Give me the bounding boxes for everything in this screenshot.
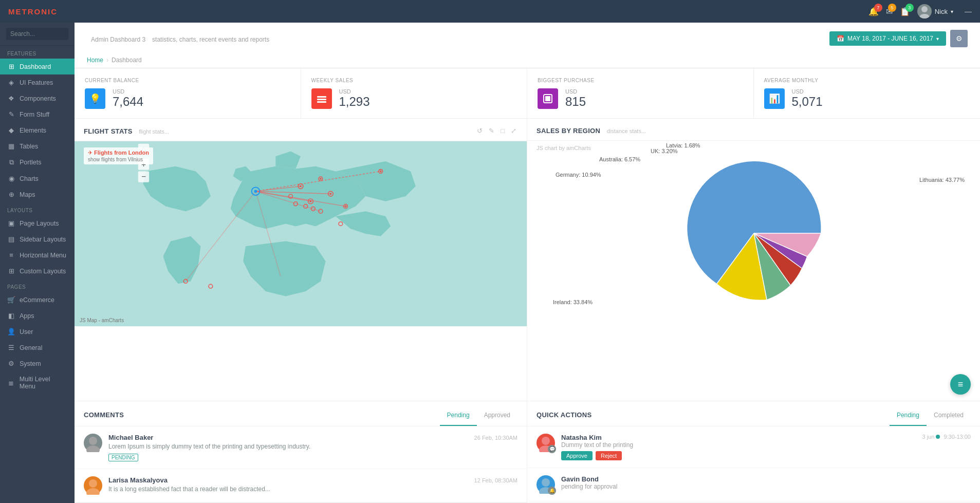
header-actions: 📅 MAY 18, 2017 - JUNE 16, 2017 ▾ ⚙: [829, 30, 968, 47]
sidebar-item-form-stuff[interactable]: ✎ Form Stuff: [0, 106, 75, 122]
comment-avatar-2: [84, 476, 102, 495]
stat-icon-sales: [311, 88, 332, 109]
search-input[interactable]: [6, 28, 68, 40]
quick-actions-title: QUICK ACTIONS: [537, 411, 591, 424]
sidebar-item-user[interactable]: 👤 User: [0, 324, 75, 340]
sidebar-item-horizontal-menu[interactable]: ≡ Horizontal Menu: [0, 247, 75, 263]
action-time-1: 3 jun 9:30-13:00: [922, 434, 971, 440]
comment-meta-1: Michael Baker 26 Feb, 10:30AM: [108, 434, 517, 441]
ui-features-icon: ◈: [7, 79, 15, 86]
svg-point-54: [542, 437, 550, 445]
sidebar-item-label: System: [20, 360, 41, 367]
components-icon: ❖: [7, 95, 15, 102]
action-dot-1: [936, 435, 940, 439]
settings-icon: ⚙: [956, 34, 963, 43]
svg-rect-4: [317, 101, 326, 103]
custom-layouts-icon: ⊞: [7, 267, 15, 275]
stat-values: USD 7,644: [113, 88, 143, 109]
sidebar-minimize-btn[interactable]: —: [965, 7, 972, 15]
calendar-icon: 📅: [837, 35, 844, 42]
stat-amount: 5,071: [792, 95, 823, 109]
sidebar-item-custom-layouts[interactable]: ⊞ Custom Layouts: [0, 263, 75, 279]
quick-actions-tabs: Pending Completed: [890, 408, 971, 426]
user-menu[interactable]: Nick ▾: [917, 4, 953, 18]
stat-values: USD 5,071: [792, 88, 823, 109]
page-title: Admin Dashboard 3 statistics, charts, re…: [87, 33, 269, 44]
action-avatar-1: 💬: [537, 434, 555, 452]
sidebar-item-label: Elements: [20, 127, 46, 134]
chart-refresh-btn[interactable]: ↺: [476, 126, 484, 136]
sidebar-item-ecommerce[interactable]: 🛒 eCommerce: [0, 292, 75, 308]
svg-text:−: −: [141, 172, 146, 181]
chart-edit-btn[interactable]: ✎: [488, 126, 495, 136]
sidebar-item-system[interactable]: ⚙ System: [0, 356, 75, 371]
sidebar-item-page-layouts[interactable]: ▣ Page Layouts: [0, 215, 75, 231]
sidebar-item-general[interactable]: ☰ General: [0, 340, 75, 356]
charts-row: FLIGHT STATS flight stats... ↺ ✎ □ ⤢: [75, 119, 980, 401]
sidebar-item-label: Custom Layouts: [20, 268, 66, 275]
stat-label: WEEKLY SALES: [311, 78, 517, 83]
dashboard-icon: ⊞: [7, 63, 15, 70]
breadcrumb-home[interactable]: Home: [87, 57, 103, 64]
bottom-row: COMMENTS Pending Approved Michael Baker: [75, 401, 980, 503]
tab-completed-actions[interactable]: Completed: [927, 408, 971, 426]
sidebar-item-elements[interactable]: ◆ Elements: [0, 122, 75, 138]
flight-stats-subtitle: flight stats...: [139, 128, 169, 135]
pie-label-latvia: Latvia: 1.68%: [666, 142, 700, 148]
topnav-icons: 🔔 7 ✉ 5 📋 3 Nick ▾ —: [868, 4, 972, 18]
tab-pending-comments[interactable]: Pending: [440, 408, 477, 426]
tab-approved-comments[interactable]: Approved: [477, 408, 517, 426]
notification-bell-1[interactable]: 🔔 7: [868, 7, 879, 16]
sidebar-item-components[interactable]: ❖ Components: [0, 90, 75, 106]
date-range-button[interactable]: 📅 MAY 18, 2017 - JUNE 16, 2017 ▾: [829, 31, 946, 46]
sidebar-item-ui-features[interactable]: ◈ UI Features: [0, 74, 75, 90]
sidebar-item-label: Apps: [20, 312, 34, 320]
comment-name-1: Michael Baker: [108, 434, 153, 441]
chart-delete-btn[interactable]: □: [500, 126, 506, 136]
action-buttons-1: Approve Reject: [561, 451, 971, 460]
pie-label-australia: Australia: 6.57%: [599, 156, 640, 162]
stat-body: 📊 USD 5,071: [764, 88, 970, 109]
comment-body-1: Michael Baker 26 Feb, 10:30AM Lorem Ipsu…: [108, 434, 517, 461]
sidebar-item-dashboard[interactable]: ⊞ Dashboard: [0, 59, 75, 74]
sidebar-item-portlets[interactable]: ⧉ Portlets: [0, 154, 75, 171]
comment-meta-2: Larisa Maskalyova 12 Feb, 08:30AM: [108, 476, 517, 484]
notification-bell-2[interactable]: ✉ 5: [886, 7, 893, 16]
sales-region-panel: SALES BY REGION distance stats... Action…: [527, 119, 980, 401]
reject-button-1[interactable]: Reject: [596, 451, 622, 460]
sidebar-section-pages: PAGES: [0, 279, 75, 292]
stat-icon-monthly: 📊: [764, 88, 785, 109]
stat-body: USD 1,293: [311, 88, 517, 109]
flight-stats-panel: FLIGHT STATS flight stats... ↺ ✎ □ ⤢: [75, 119, 527, 401]
stat-label: CURRENT BALANCE: [85, 78, 290, 83]
sidebar-section-features: FEATURES: [0, 46, 75, 59]
tables-icon: ▦: [7, 142, 15, 150]
svg-point-21: [329, 193, 331, 195]
flight-map-svg: ⌂ + −: [75, 141, 527, 326]
top-navbar: METRONIC 🔔 7 ✉ 5 📋 3 Nick ▾ —: [0, 0, 980, 23]
chart-body-flight: ⌂ + − ✈ Flights from London s: [75, 141, 527, 401]
approve-button-1[interactable]: Approve: [561, 451, 593, 460]
tab-pending-actions[interactable]: Pending: [890, 408, 927, 426]
chart-expand-btn[interactable]: ⤢: [510, 126, 517, 136]
sidebar-item-multi-level-menu[interactable]: ≣ Multi Level Menu: [0, 371, 75, 394]
stat-currency: USD: [792, 88, 823, 95]
sidebar-item-maps[interactable]: ⊕ Maps: [0, 187, 75, 202]
notification-bell-3[interactable]: 📋 3: [900, 7, 910, 16]
sidebar-layouts-icon: ▤: [7, 235, 15, 243]
page-settings-button[interactable]: ⚙: [950, 30, 968, 47]
comments-header: COMMENTS Pending Approved: [75, 401, 527, 426]
sidebar-item-sidebar-layouts[interactable]: ▤ Sidebar Layouts: [0, 231, 75, 247]
sales-region-subtitle: distance stats...: [607, 128, 646, 134]
sidebar-item-tables[interactable]: ▦ Tables: [0, 138, 75, 154]
map-container: ⌂ + − ✈ Flights from London s: [75, 141, 527, 326]
sidebar-item-apps[interactable]: ◧ Apps: [0, 308, 75, 324]
charts-icon: ◉: [7, 175, 15, 182]
svg-rect-6: [545, 96, 550, 101]
multi-level-icon: ≣: [7, 379, 15, 387]
svg-rect-2: [317, 96, 326, 98]
sidebar-item-charts[interactable]: ◉ Charts: [0, 171, 75, 187]
fab-menu-button[interactable]: ≡: [950, 374, 971, 395]
chart-header-sales: SALES BY REGION distance stats... Action…: [527, 119, 980, 141]
stat-label: AVERAGE MONTHLY: [764, 78, 970, 83]
